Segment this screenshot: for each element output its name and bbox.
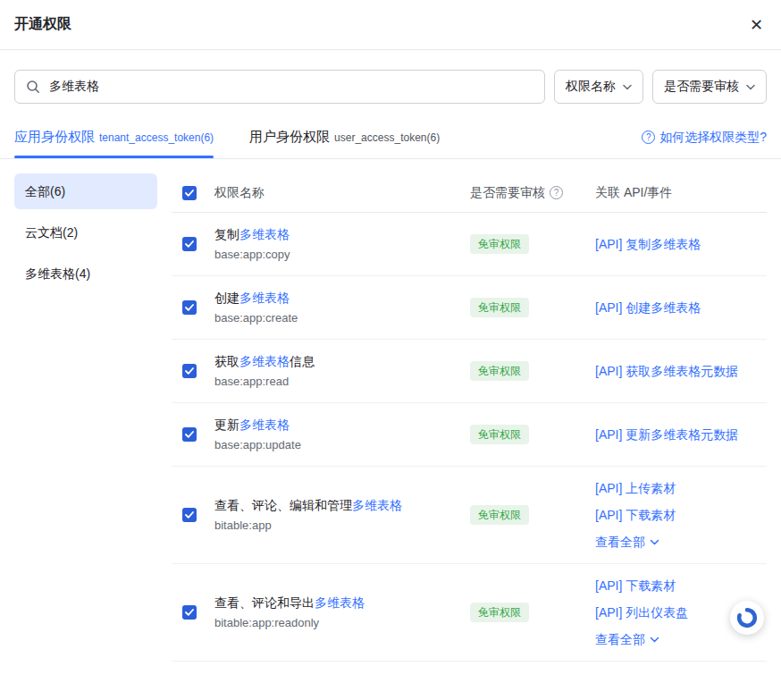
api-link[interactable]: [API] 复制多维表格 [595,234,767,254]
api-link[interactable]: [API] 更新多维表格元数据 [595,425,767,444]
assistant-icon [736,607,758,628]
permission-name: 更新多维表格 [214,415,459,434]
permission-table: 权限名称 是否需要审核 ? 关联 API/事件 复制多维表格 base:app:… [172,173,767,662]
permission-name: 创建多维表格 [214,288,459,308]
close-icon[interactable]: ✕ [750,17,763,33]
dialog-header: 开通权限 ✕ [0,0,781,50]
search-row: 权限名称 是否需要审核 [0,50,781,116]
row-checkbox[interactable] [182,605,197,620]
page-title: 开通权限 [14,15,71,34]
api-link[interactable]: [API] 获取多维表格元数据 [595,361,767,381]
table-row: 查看、评论、编辑和管理多维表格 bitable:app 免审权限 [API] 上… [172,467,767,564]
chevron-down-icon [623,84,632,90]
permission-code: base:app:copy [214,246,459,264]
status-badge: 免审权限 [470,234,529,254]
chevron-down-icon [650,539,659,545]
status-badge: 免审权限 [470,505,529,525]
table-row: 更新多维表格 base:app:update 免审权限 [API] 更新多维表格… [172,403,767,467]
status-badge: 免审权限 [470,425,529,444]
header-api: 关联 API/事件 [595,185,767,201]
tabs-row: 应用身份权限 tenant_access_token(6) 用户身份权限 use… [0,116,781,159]
row-checkbox[interactable] [182,364,197,378]
status-badge: 免审权限 [470,361,529,381]
api-link[interactable]: [API] 下载素材 [595,505,767,525]
table-row: 查看、评论和导出多维表格 bitable:app:readonly 免审权限 [… [172,564,767,662]
tab-user-access-token[interactable]: 用户身份权限 user_access_token(6) [249,116,440,158]
row-checkbox[interactable] [182,237,197,251]
search-input[interactable] [47,79,533,95]
chevron-down-icon [650,637,659,643]
table-row: 复制多维表格 base:app:copy 免审权限 [API] 复制多维表格 [172,213,767,276]
select-all-checkbox[interactable] [182,186,197,200]
sidebar: 全部(6) 云文档(2) 多维表格(4) [14,173,157,662]
header-permission-name: 权限名称 [214,185,470,201]
header-review: 是否需要审核 [470,185,545,201]
filter-permission-name[interactable]: 权限名称 [554,70,643,104]
api-link[interactable]: [API] 创建多维表格 [595,298,767,317]
sidebar-item-cloud-docs[interactable]: 云文档(2) [14,215,157,250]
table-row: 获取多维表格信息 base:app:read 免审权限 [API] 获取多维表格… [172,340,767,403]
sidebar-item-bitable[interactable]: 多维表格(4) [14,256,157,291]
filter-review-required[interactable]: 是否需要审核 [652,70,767,104]
chevron-down-icon [746,84,755,90]
api-link[interactable]: [API] 下载素材 [595,576,767,595]
permission-code: bitable:app [214,517,459,535]
search-icon [26,80,40,94]
permission-name: 查看、评论和导出多维表格 [214,593,459,612]
permission-name: 查看、评论、编辑和管理多维表格 [214,495,459,515]
row-checkbox[interactable] [182,427,197,442]
table-header-row: 权限名称 是否需要审核 ? 关联 API/事件 [172,173,767,213]
table-row: 创建多维表格 base:app:create 免审权限 [API] 创建多维表格 [172,276,767,340]
status-badge: 免审权限 [470,298,529,317]
permission-name: 复制多维表格 [214,224,459,244]
permission-code: base:app:create [214,309,459,327]
row-checkbox[interactable] [182,300,197,315]
permission-name: 获取多维表格信息 [214,351,459,371]
help-link[interactable]: ? 如何选择权限类型? [642,116,767,158]
assistant-button[interactable] [730,601,764,635]
question-icon[interactable]: ? [550,186,563,199]
permission-code: bitable:app:readonly [214,614,459,632]
search-box[interactable] [14,70,545,104]
row-checkbox[interactable] [182,508,197,522]
permission-code: base:app:update [214,436,459,454]
dialog-body: 全部(6) 云文档(2) 多维表格(4) 权限名称 是否需要审核 ? 关联 AP… [0,159,781,676]
view-all-expander[interactable]: 查看全部 [595,532,767,552]
tab-tenant-access-token[interactable]: 应用身份权限 tenant_access_token(6) [14,116,214,158]
question-icon: ? [642,131,655,144]
permission-code: base:app:read [214,373,459,391]
api-link[interactable]: [API] 上传素材 [595,478,767,498]
sidebar-item-all[interactable]: 全部(6) [14,173,157,209]
status-badge: 免审权限 [470,603,529,622]
